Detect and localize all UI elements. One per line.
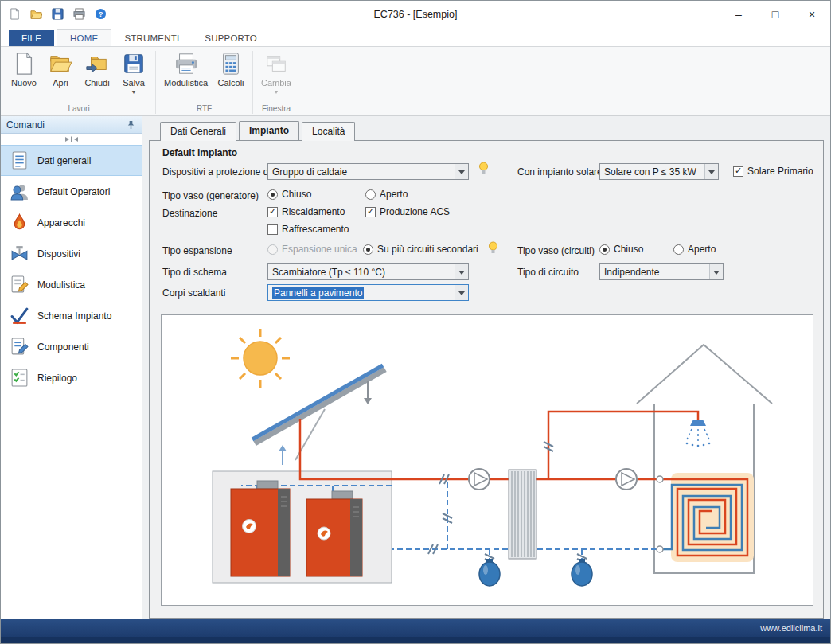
vaso-gen-chiuso-radio[interactable]: Chiuso (267, 189, 311, 200)
modulistica-label: Modulistica (164, 78, 208, 88)
solare-primario-checkbox[interactable]: Solare Primario (733, 166, 813, 177)
tab-strumenti[interactable]: STRUMENTI (111, 30, 192, 46)
combo-dropdown-arrow[interactable] (455, 264, 468, 279)
group-label-lavori: Lavori (6, 103, 152, 115)
sidebar-header: Comandi (1, 116, 142, 134)
print-icon[interactable] (72, 7, 86, 21)
tab-localita[interactable]: Località (302, 122, 355, 141)
tipo-espansione-label: Tipo espansione (162, 245, 232, 256)
checkbox-box (267, 207, 278, 217)
tipo-vaso-generatore-label: Tipo vaso (generatore) (162, 190, 259, 201)
website-link[interactable]: www.edilclima.it (760, 623, 822, 633)
sidebar-item-label: Apparecchi (37, 217, 85, 228)
produzione-acs-checkbox[interactable]: Produzione ACS (365, 206, 450, 217)
tipo-schema-label: Tipo di schema (162, 267, 227, 278)
calcoli-button[interactable]: Calcoli (213, 49, 249, 103)
tab-supporto[interactable]: SUPPORTO (192, 30, 270, 46)
switch-window-icon (264, 52, 288, 76)
sidebar-item-label: Schema Impianto (37, 310, 111, 322)
default-impianto-form: Default impianto Dispositivi a protezion… (150, 141, 823, 313)
splitter-collapse-icon[interactable] (1, 134, 142, 145)
raffrescamento-checkbox[interactable]: Raffrescamento (267, 224, 349, 235)
checkbox-label: Riscaldamento (282, 206, 345, 217)
su-piu-circuiti-radio[interactable]: Su più circuiti secondari (363, 244, 478, 255)
open-folder-icon (49, 52, 72, 76)
pin-icon[interactable] (126, 120, 136, 130)
close-button[interactable]: × (794, 1, 830, 27)
salva-label: Salva (123, 78, 145, 88)
sidebar-item-riepilogo[interactable]: Riepilogo (1, 362, 142, 393)
sidebar-item-dispositivi[interactable]: Dispositivi (1, 238, 142, 269)
destinazione-label: Destinazione (162, 208, 217, 219)
open-folder-icon[interactable] (29, 7, 43, 21)
save-icon[interactable] (50, 7, 64, 21)
flame-icon (10, 213, 29, 232)
radio-dot (673, 244, 684, 255)
general-data-icon (10, 150, 29, 170)
pipe-port (657, 476, 663, 482)
tipo-schema-combo[interactable]: Scambiatore (Tp ≤ 110 °C) (267, 263, 469, 280)
modulistica-button[interactable]: Modulistica (159, 49, 213, 103)
sidebar-item-modulistica[interactable]: Modulistica (1, 269, 142, 300)
help-icon[interactable]: ? (93, 7, 107, 21)
expansion-vessel-icon (479, 559, 500, 586)
espansione-unica-radio[interactable]: Espansione unica (267, 244, 357, 255)
cambia-button[interactable]: Cambia ▼ (256, 49, 296, 103)
radio-label: Chiuso (282, 189, 311, 200)
combo-dropdown-arrow[interactable] (455, 285, 468, 300)
tipo-circuito-combo[interactable]: Indipendente (599, 263, 724, 280)
chiudi-button[interactable]: Chiudi (79, 49, 115, 103)
combo-value: Gruppo di caldaie (268, 166, 455, 178)
maximize-button[interactable]: □ (757, 1, 794, 27)
checkbox-label: Solare Primario (747, 166, 813, 177)
combo-dropdown-arrow[interactable] (455, 164, 468, 179)
sidebar-item-label: Componenti (37, 342, 89, 353)
corpi-scaldanti-combo[interactable]: Pannelli a pavimento (267, 284, 469, 301)
combo-dropdown-arrow[interactable] (709, 264, 723, 279)
combo-dropdown-arrow[interactable] (704, 164, 718, 179)
forms-printer-icon (174, 52, 198, 76)
dispositivi-protezione-combo[interactable]: Gruppo di caldaie (267, 163, 469, 180)
sidebar-item-dati-generali[interactable]: Dati generali (1, 145, 142, 176)
sidebar-item-componenti[interactable]: Componenti (1, 331, 142, 362)
impianto-solare-label: Con impianto solare (517, 166, 603, 178)
vaso-circ-aperto-radio[interactable]: Aperto (673, 244, 716, 255)
tab-file[interactable]: FILE (9, 30, 54, 46)
window-controls: – □ × (720, 1, 830, 27)
minimize-button[interactable]: – (720, 1, 757, 27)
flow-arrow-down (364, 381, 372, 404)
sidebar-item-label: Dispositivi (37, 248, 80, 260)
new-document-icon[interactable] (7, 7, 21, 21)
save-floppy-icon (122, 52, 146, 76)
bottom-strip (1, 637, 830, 643)
impianto-solare-combo[interactable]: Solare con P ≤ 35 kW (599, 163, 719, 180)
boiler-icon (231, 481, 290, 576)
vaso-gen-aperto-radio[interactable]: Aperto (365, 189, 408, 200)
sidebar-item-label: Modulistica (37, 279, 85, 291)
calculator-icon (219, 52, 243, 76)
hint-bulb-icon[interactable] (478, 162, 490, 175)
apri-button[interactable]: Apri (42, 49, 79, 103)
salva-dropdown-arrow[interactable]: ▼ (131, 90, 137, 94)
nuovo-button[interactable]: Nuovo (6, 49, 42, 103)
group-label-rtf: RTF (159, 103, 249, 115)
tipo-vaso-circuiti-label: Tipo vaso (circuiti) (517, 245, 595, 256)
pump-icon (469, 469, 490, 490)
tab-dati-generali[interactable]: Dati Generali (160, 122, 236, 141)
checkbox-box (733, 166, 743, 177)
chiudi-label: Chiudi (84, 78, 109, 88)
valve-mark (428, 442, 587, 564)
hint-bulb-icon[interactable] (487, 241, 499, 255)
apri-label: Apri (53, 78, 68, 88)
sidebar-item-default-operatori[interactable]: Default Operatori (1, 176, 142, 207)
sidebar-item-apparecchi[interactable]: Apparecchi (1, 207, 142, 238)
radio-dot (365, 189, 376, 200)
radio-label: Aperto (688, 244, 716, 255)
sidebar-header-label: Comandi (6, 119, 45, 131)
sidebar-item-schema-impianto[interactable]: Schema Impianto (1, 300, 142, 331)
salva-button[interactable]: Salva ▼ (115, 49, 152, 103)
tab-impianto[interactable]: Impianto (239, 121, 299, 140)
tab-home[interactable]: HOME (57, 29, 111, 47)
vaso-circ-chiuso-radio[interactable]: Chiuso (599, 244, 643, 255)
riscaldamento-checkbox[interactable]: Riscaldamento (267, 206, 345, 217)
